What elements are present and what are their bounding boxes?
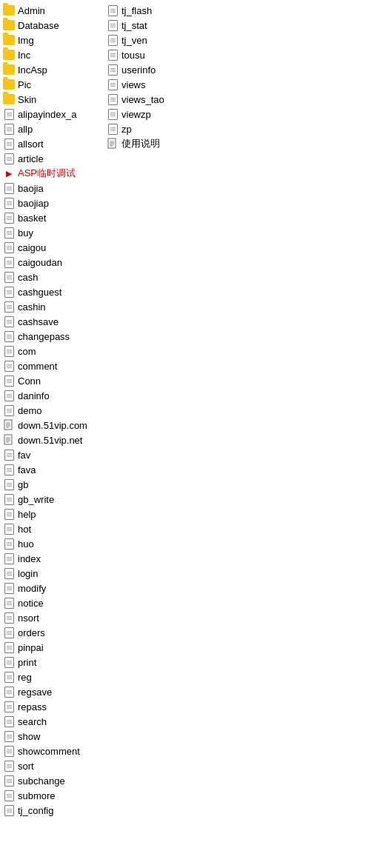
doc-icon (3, 419, 15, 431)
list-item[interactable]: article (0, 151, 104, 166)
list-item[interactable]: demo (0, 403, 104, 418)
item-label: article (18, 153, 44, 164)
list-item[interactable]: basket (0, 210, 104, 225)
list-item[interactable]: views_tao (104, 92, 207, 107)
file-icon (107, 49, 119, 61)
item-label: 使用说明 (121, 137, 160, 150)
list-item[interactable]: show (0, 729, 104, 744)
list-item[interactable]: help (0, 507, 104, 521)
list-item[interactable]: showcomment (0, 744, 104, 758)
list-item[interactable]: search (0, 714, 104, 729)
list-item[interactable]: print (0, 655, 104, 670)
file-icon (3, 745, 15, 757)
file-icon (107, 79, 119, 90)
list-item[interactable]: daninfo (0, 388, 104, 403)
list-item[interactable]: allp (0, 121, 104, 136)
list-item[interactable]: hot (0, 521, 104, 536)
list-item[interactable]: orders (0, 625, 104, 640)
list-item[interactable]: modify (0, 581, 104, 595)
doc-icon (107, 138, 119, 150)
list-item[interactable]: tj_stat (104, 18, 207, 33)
list-item[interactable]: zp (104, 121, 207, 136)
list-item[interactable]: IncAsp (0, 62, 104, 77)
list-item[interactable]: subchange (0, 773, 104, 788)
item-label: alipayindex_a (18, 109, 77, 120)
file-icon (3, 552, 15, 564)
list-item[interactable]: ▶ASP临时调试 (0, 166, 104, 181)
list-item[interactable]: down.51vip.com (0, 418, 104, 433)
list-item[interactable]: tousu (104, 47, 207, 62)
file-icon (3, 701, 15, 712)
item-label: zp (121, 124, 132, 135)
list-item[interactable]: huo (0, 536, 104, 551)
list-item[interactable]: 使用说明 (104, 136, 207, 151)
list-item[interactable]: fav (0, 447, 104, 462)
list-item[interactable]: Img (0, 33, 104, 47)
item-label: daninfo (18, 390, 50, 401)
item-label: subchange (18, 775, 65, 787)
list-item[interactable]: views (104, 77, 207, 92)
file-icon (3, 671, 15, 683)
list-item[interactable]: cashguest (0, 284, 104, 299)
file-icon (3, 656, 15, 668)
list-item[interactable]: gb_write (0, 492, 104, 507)
list-item[interactable]: repass (0, 699, 104, 714)
list-item[interactable]: login (0, 566, 104, 581)
list-item[interactable]: caigoudan (0, 255, 104, 270)
item-label: ASP临时调试 (18, 167, 76, 180)
list-item[interactable]: changepass (0, 329, 104, 344)
list-item[interactable]: Database (0, 18, 104, 33)
list-item[interactable]: notice (0, 595, 104, 610)
item-label: caigoudan (18, 257, 62, 268)
list-item[interactable]: alipayindex_a (0, 107, 104, 121)
list-item[interactable]: sort (0, 758, 104, 773)
list-item[interactable]: viewzp (104, 107, 207, 121)
list-item[interactable]: cashin (0, 299, 104, 314)
file-icon (3, 316, 15, 327)
list-item[interactable]: caigou (0, 240, 104, 255)
list-item[interactable]: baojiap (0, 196, 104, 210)
list-item[interactable]: userinfo (104, 62, 207, 77)
file-icon (3, 271, 15, 283)
item-label: views_tao (121, 94, 164, 105)
item-label: tj_ven (121, 35, 147, 46)
list-item[interactable]: Admin (0, 3, 104, 18)
list-item[interactable]: com (0, 344, 104, 358)
list-item[interactable]: nsort (0, 610, 104, 625)
list-item[interactable]: gb (0, 477, 104, 492)
list-item[interactable]: tj_ven (104, 33, 207, 47)
list-item[interactable]: cash (0, 270, 104, 284)
list-item[interactable]: pinpai (0, 640, 104, 655)
file-icon (3, 715, 15, 727)
item-label: nsort (18, 612, 39, 624)
list-item[interactable]: Conn (0, 373, 104, 388)
folder-icon (3, 64, 15, 76)
item-label: print (18, 657, 36, 668)
list-item[interactable]: allsort (0, 136, 104, 151)
list-item[interactable]: cashsave (0, 314, 104, 329)
item-label: com (18, 346, 36, 357)
list-item[interactable]: tj_config (0, 803, 104, 818)
list-item[interactable]: tj_flash (104, 3, 207, 18)
list-item[interactable]: down.51vip.net (0, 433, 104, 447)
item-label: changepass (18, 331, 70, 342)
list-item[interactable]: index (0, 551, 104, 566)
file-icon (3, 789, 15, 801)
list-item[interactable]: Pic (0, 77, 104, 92)
list-item[interactable]: fava (0, 462, 104, 477)
list-item[interactable]: Skin (0, 92, 104, 107)
list-item[interactable]: buy (0, 225, 104, 240)
list-item[interactable]: reg (0, 670, 104, 684)
list-item[interactable]: comment (0, 358, 104, 373)
list-item[interactable]: Inc (0, 47, 104, 62)
asp-icon: ▶ (3, 167, 15, 179)
file-icon (3, 241, 15, 253)
list-item[interactable]: baojia (0, 181, 104, 196)
item-label: gb_write (18, 494, 54, 505)
file-icon (3, 449, 15, 461)
folder-icon (3, 49, 15, 61)
list-item[interactable]: submore (0, 788, 104, 803)
file-icon (3, 212, 15, 224)
list-item[interactable]: regsave (0, 684, 104, 699)
file-icon (3, 286, 15, 298)
